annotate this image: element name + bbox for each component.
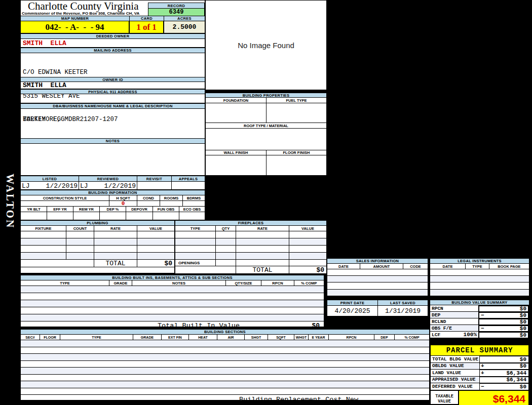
owner-panel: Charlotte County Virginia Commissioner o… xyxy=(20,0,205,176)
acres-label: ACRES xyxy=(164,16,205,21)
bs-col-shgt: SHGT xyxy=(245,335,268,340)
remyr-value xyxy=(73,212,100,220)
legal-col-bookpage: BOOK PAGE xyxy=(489,264,529,269)
listed-value: LJ 1/2/2019 xyxy=(21,182,79,190)
vs-row-rclnd: RCLND $0 xyxy=(430,318,529,325)
sales-col-code: CODE xyxy=(403,264,428,269)
ps-row-appraised: APPRAISED VALUE $6,344 xyxy=(431,377,528,384)
reviewed-by: LJ xyxy=(80,182,88,190)
reviewed-value: LJ 1/2/2019 xyxy=(79,182,137,190)
bs-col-extfin: EXT FIN xyxy=(162,335,189,340)
print-date-label: PRINT DATE xyxy=(327,300,378,306)
building-properties-title: BUILDING PROPERTIES xyxy=(206,93,326,98)
appeals-value xyxy=(172,182,205,190)
vs-label: OBS F/E xyxy=(432,326,452,331)
fireplaces-col-qty: QTY xyxy=(216,226,236,231)
vs-label: RCLND xyxy=(432,319,446,325)
built-ins-title: BUILDING BUILT INS, BASEMENTS, ATTICS & … xyxy=(21,275,324,280)
vs-label: LCF xyxy=(432,332,440,338)
building-information-title: BUILDING INFORMATION xyxy=(21,190,205,195)
plumbing-title: PLUMBING xyxy=(21,221,174,226)
fireplaces-panel: FIREPLACES TYPE QTY RATE VALUE OPENINGS … xyxy=(175,220,327,274)
parcel-summary-title: PARCEL SUMMARY xyxy=(431,345,528,356)
print-save-panel: PRINT DATE LAST SAVED 4/20/2025 1/31/201… xyxy=(327,300,428,316)
bs-col-comp: % COMP xyxy=(395,335,429,340)
ps-op: + xyxy=(480,370,487,377)
parcel-summary-panel: PARCEL SUMMARY TOTAL BLDG VALUE $0 OBLDG… xyxy=(430,344,529,405)
deeded-owner-label: DEEDED OWNER xyxy=(21,33,205,39)
wall-finish-label: WALL FINISH xyxy=(206,150,267,155)
fireplaces-openings-row: OPENINGS xyxy=(175,260,326,266)
mailing-address-label: MAILING ADDRESS xyxy=(21,48,205,53)
bs-col-type: TYPE xyxy=(60,335,133,340)
notes-label: NOTES xyxy=(21,138,205,144)
ps-label: DEFERRED VALUE xyxy=(431,383,480,390)
visit-history-panel: LISTED REVIEWED REVISIT APPEALS LJ 1/2/2… xyxy=(20,176,205,190)
construction-style-label: CONSTRUCTION STYLE xyxy=(21,195,109,200)
property-image-placeholder: No Image Found xyxy=(205,0,327,90)
ps-row-obldg: OBLDG VALUE + $0 xyxy=(431,363,528,370)
foundation-value xyxy=(206,103,267,123)
roof-type-label: ROOF TYPE / MATERIAL xyxy=(206,123,326,129)
plumbing-total-row: TOTAL $0 xyxy=(21,260,174,267)
ps-value: $0 xyxy=(487,363,528,370)
building-value-summary-panel: BUILDING VALUE SUMMARY RPCN $0 DEP −$0 R… xyxy=(430,300,529,338)
building-replacement-label: Building Replacement Cost New xyxy=(239,396,429,403)
watermark-text: WALTON xyxy=(4,174,16,229)
deeded-owner-value: SMITH ELLA xyxy=(21,39,205,48)
vs-row-lcf: LCF100% $0 xyxy=(430,332,529,338)
legal-col-date: DATE xyxy=(430,264,466,269)
plumbing-total-label: TOTAL xyxy=(94,260,137,267)
no-image-text: No Image Found xyxy=(238,41,294,50)
revisit-value xyxy=(137,182,172,190)
vs-value: $0 xyxy=(520,319,526,325)
built-ins-total-row: Total Built In Value $0 xyxy=(21,321,324,330)
record-label: RECORD xyxy=(148,3,204,9)
bs-col-eyear: E YEAR xyxy=(309,335,329,340)
last-saved-label: LAST SAVED xyxy=(378,300,428,306)
sales-col-amount: AMOUNT xyxy=(360,264,403,269)
fireplaces-col-rate: RATE xyxy=(236,226,289,231)
bdrms-label: BDRMS xyxy=(183,195,205,200)
hsqft-value: 0 xyxy=(109,201,137,206)
floor-finish-value xyxy=(267,155,326,175)
funobs-value xyxy=(153,212,179,220)
map-number-value: 042- - A- - - 94 xyxy=(21,21,130,33)
sales-title: SALES INFORMATION xyxy=(327,259,428,264)
built-ins-panel: BUILDING BUILT INS, BASEMENTS, ATTICS & … xyxy=(20,275,324,327)
ps-value: $0 xyxy=(487,356,528,363)
vs-row-rpcn: RPCN $0 xyxy=(430,305,529,312)
plumbing-col-value: VALUE xyxy=(137,226,174,231)
record-box: RECORD 6349 xyxy=(148,3,205,16)
plumbing-panel: PLUMBING FIXTURE COUNT RATE VALUE TOTAL … xyxy=(20,220,175,273)
reviewed-label: REVIEWED xyxy=(79,176,137,182)
ps-label: TOTAL BLDG VALUE xyxy=(431,356,480,363)
mailing-address-block: C/O EDWINA KEETER 5315 WESLEY AVE BALTIM… xyxy=(21,53,205,77)
dba-label: DBA/BUISNESS NAME/HOUSE NAME & LEGAL DES… xyxy=(21,103,205,109)
built-ins-total-value: $0 xyxy=(312,322,324,330)
ps-op xyxy=(480,356,487,363)
appeals-label: APPEALS xyxy=(172,176,205,182)
bs-col-heat: HEAT xyxy=(189,335,217,340)
depovr-value xyxy=(126,212,153,220)
built-ins-total-label: Total Built In Value xyxy=(158,322,240,330)
remyr-label: REM YR xyxy=(73,207,100,212)
dep-pct-value xyxy=(100,212,126,220)
built-ins-col-notes: NOTES xyxy=(132,280,226,286)
vs-op: − xyxy=(481,326,484,332)
bdrms-value xyxy=(183,201,205,206)
bs-col-whgt: WHGT xyxy=(294,335,309,340)
ps-row-deferred: DEFERRED VALUE − $0 xyxy=(431,383,528,390)
fireplaces-total-label: TOTAL xyxy=(236,266,289,274)
vs-value: $0 xyxy=(520,306,526,312)
card-value: 1 of 1 xyxy=(130,21,164,33)
bs-col-floor: FLOOR xyxy=(40,335,60,340)
listed-by: LJ xyxy=(22,182,30,190)
vs-op: − xyxy=(481,312,484,318)
property-record-card: WALTON Charlotte County Virginia Commiss… xyxy=(0,0,532,405)
sales-col-date: DATE xyxy=(327,264,360,269)
building-properties-panel: BUILDING PROPERTIES FOUNDATION FUEL TYPE… xyxy=(205,92,327,176)
openings-value xyxy=(216,260,236,266)
vs-lcf-pct: 100% xyxy=(464,332,477,338)
ps-label: OBLDG VALUE xyxy=(431,363,480,370)
